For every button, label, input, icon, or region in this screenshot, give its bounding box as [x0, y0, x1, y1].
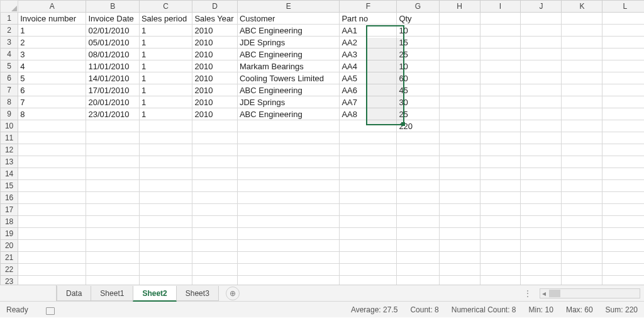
cell-E21[interactable]	[237, 252, 339, 264]
cell-E16[interactable]	[237, 192, 339, 204]
cell-H16[interactable]	[439, 192, 480, 204]
cell-L20[interactable]	[602, 240, 644, 252]
field-header-F[interactable]: Part no	[340, 13, 397, 25]
cell-C15[interactable]	[139, 180, 192, 192]
cell-E23[interactable]	[237, 276, 339, 285]
cell-K3[interactable]	[562, 37, 602, 48]
cell-H18[interactable]	[439, 216, 480, 228]
cell-F16[interactable]	[340, 192, 397, 204]
cell-D3[interactable]: 2010	[192, 37, 237, 48]
cell-F19[interactable]	[340, 228, 397, 240]
cell-K18[interactable]	[562, 216, 602, 228]
cell-E14[interactable]	[237, 168, 339, 180]
cell-K4[interactable]	[562, 48, 602, 60]
cell-F17[interactable]	[340, 204, 397, 216]
cell-G10[interactable]: 220	[397, 120, 439, 132]
cell-D22[interactable]	[192, 264, 237, 276]
cell-H9[interactable]	[439, 108, 480, 120]
cell-I8[interactable]	[480, 96, 521, 108]
field-header-I[interactable]	[480, 13, 521, 25]
column-header-I[interactable]: I	[480, 1, 521, 13]
cell-F7[interactable]: AA6	[340, 84, 397, 96]
cell-C6[interactable]: 1	[139, 72, 192, 84]
cell-I7[interactable]	[480, 84, 521, 96]
cell-E6[interactable]: Cooling Towers Limited	[237, 72, 339, 84]
cell-I11[interactable]	[480, 132, 521, 144]
cell-D7[interactable]: 2010	[192, 84, 237, 96]
cell-F5[interactable]: AA4	[340, 60, 397, 72]
cell-L14[interactable]	[602, 168, 644, 180]
row-header-15[interactable]: 15	[1, 180, 18, 192]
cell-B4[interactable]: 08/01/2010	[86, 48, 139, 60]
cell-E22[interactable]	[237, 264, 339, 276]
cell-J10[interactable]	[521, 120, 562, 132]
cell-J13[interactable]	[521, 156, 562, 168]
cell-A23[interactable]	[18, 276, 86, 285]
cell-B16[interactable]	[86, 192, 139, 204]
cell-L4[interactable]	[602, 48, 644, 60]
field-header-L[interactable]	[602, 13, 644, 25]
field-header-D[interactable]: Sales Year	[192, 13, 237, 25]
cell-J5[interactable]	[521, 60, 562, 72]
cell-D14[interactable]	[192, 168, 237, 180]
cell-D12[interactable]	[192, 144, 237, 156]
cell-I12[interactable]	[480, 144, 521, 156]
cell-K16[interactable]	[562, 192, 602, 204]
cell-K8[interactable]	[562, 96, 602, 108]
cell-K5[interactable]	[562, 60, 602, 72]
cell-F12[interactable]	[340, 144, 397, 156]
cell-C7[interactable]: 1	[139, 84, 192, 96]
row-header-14[interactable]: 14	[1, 168, 18, 180]
cell-C4[interactable]: 1	[139, 48, 192, 60]
cell-D21[interactable]	[192, 252, 237, 264]
cell-A19[interactable]	[18, 228, 86, 240]
cell-H12[interactable]	[439, 144, 480, 156]
cell-B23[interactable]	[86, 276, 139, 285]
cell-G3[interactable]: 15	[397, 37, 439, 48]
field-header-G[interactable]: Qty	[397, 13, 439, 25]
column-header-H[interactable]: H	[439, 1, 480, 13]
cell-A6[interactable]: 5	[18, 72, 86, 84]
cell-A10[interactable]	[18, 120, 86, 132]
cell-J18[interactable]	[521, 216, 562, 228]
cell-K2[interactable]	[562, 25, 602, 37]
cell-I22[interactable]	[480, 264, 521, 276]
cell-B9[interactable]: 23/01/2010	[86, 108, 139, 120]
cell-B13[interactable]	[86, 156, 139, 168]
cell-L15[interactable]	[602, 180, 644, 192]
cell-A15[interactable]	[18, 180, 86, 192]
cell-G6[interactable]: 60	[397, 72, 439, 84]
cell-L22[interactable]	[602, 264, 644, 276]
row-header-13[interactable]: 13	[1, 156, 18, 168]
cell-A11[interactable]	[18, 132, 86, 144]
cell-I5[interactable]	[480, 60, 521, 72]
cell-K17[interactable]	[562, 204, 602, 216]
cell-C11[interactable]	[139, 132, 192, 144]
worksheet-grid[interactable]: ABCDEFGHIJKL1Invoice numberInvoice DateS…	[0, 0, 644, 285]
cell-E5[interactable]: Markam Bearings	[237, 60, 339, 72]
cell-B18[interactable]	[86, 216, 139, 228]
sheet-tab-sheet1[interactable]: Sheet1	[91, 286, 133, 301]
cell-F15[interactable]	[340, 180, 397, 192]
cell-C9[interactable]: 1	[139, 108, 192, 120]
cell-I23[interactable]	[480, 276, 521, 285]
cell-I21[interactable]	[480, 252, 521, 264]
cell-C16[interactable]	[139, 192, 192, 204]
cell-D8[interactable]: 2010	[192, 96, 237, 108]
cell-K23[interactable]	[562, 276, 602, 285]
cell-I19[interactable]	[480, 228, 521, 240]
cell-H14[interactable]	[439, 168, 480, 180]
row-header-19[interactable]: 19	[1, 228, 18, 240]
column-header-F[interactable]: F	[340, 1, 397, 13]
row-header-2[interactable]: 2	[1, 25, 18, 37]
cell-J4[interactable]	[521, 48, 562, 60]
cell-K13[interactable]	[562, 156, 602, 168]
cell-H19[interactable]	[439, 228, 480, 240]
cell-L10[interactable]	[602, 120, 644, 132]
cell-G5[interactable]: 10	[397, 60, 439, 72]
cell-C5[interactable]: 1	[139, 60, 192, 72]
cell-B22[interactable]	[86, 264, 139, 276]
field-header-J[interactable]	[521, 13, 562, 25]
cell-F22[interactable]	[340, 264, 397, 276]
cell-I9[interactable]	[480, 108, 521, 120]
